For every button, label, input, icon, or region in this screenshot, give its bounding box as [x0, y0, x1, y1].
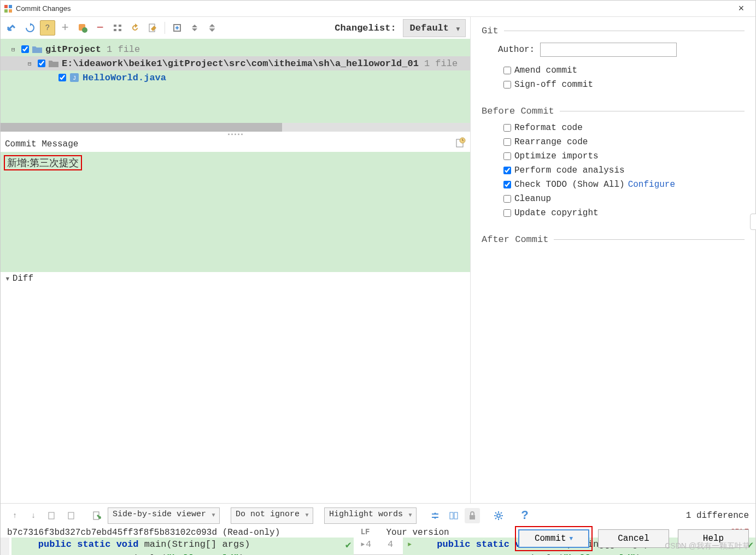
java-file-icon: J: [69, 73, 79, 82]
svg-rect-3: [9, 9, 12, 13]
viewer-select[interactable]: Side-by-side viewer: [108, 507, 220, 524]
tree-checkbox[interactable]: [58, 74, 66, 81]
commit-message-input[interactable]: 新增:第三次提交: [1, 152, 470, 272]
tree-checkbox[interactable]: [21, 45, 29, 53]
window-title: Commit Changes: [16, 4, 730, 13]
amend-checkbox[interactable]: [503, 67, 511, 74]
tree-root[interactable]: ⊟ gitProject 1 file: [1, 42, 470, 56]
close-button[interactable]: ×: [730, 3, 752, 14]
tree-root-meta: 1 file: [107, 44, 140, 55]
tree-dir-path: E:\ideawork\beike1\gitProject\src\com\it…: [62, 58, 419, 69]
left-code-pane[interactable]: ✔ public static void main(String[] args)…: [1, 538, 354, 555]
titlebar: Commit Changes ×: [1, 1, 755, 17]
help-icon[interactable]: ?: [517, 508, 532, 523]
add-icon[interactable]: +: [57, 20, 73, 36]
git-section: Git: [482, 26, 745, 36]
svg-rect-6: [114, 25, 116, 27]
tree-checkbox[interactable]: [38, 60, 45, 67]
author-input[interactable]: [540, 43, 677, 57]
tree-file[interactable]: J HelloWorld.java: [1, 70, 470, 85]
ignore-select[interactable]: Do not ignore: [231, 507, 313, 524]
commit-button[interactable]: Commit▼: [518, 529, 589, 548]
collapse-icon[interactable]: ⊟: [28, 60, 34, 67]
help-icon[interactable]: ?: [40, 20, 55, 36]
minimap[interactable]: [1, 538, 9, 555]
history-icon[interactable]: [455, 137, 466, 151]
expand-all-icon[interactable]: [204, 20, 220, 36]
tree-dir[interactable]: ⊟ E:\ideawork\beike1\gitProject\src\com\…: [1, 56, 470, 70]
settings-icon[interactable]: [491, 508, 506, 523]
commit-message-text: 新增:第三次提交: [4, 155, 82, 170]
svg-point-23: [497, 514, 500, 517]
folder-icon: [49, 59, 58, 68]
collapse-icon[interactable]: ⊟: [11, 46, 18, 53]
svg-text:J: J: [73, 75, 76, 81]
check-icon: ✔: [345, 539, 351, 551]
left-eol-badge: LF: [361, 528, 370, 536]
svg-rect-22: [470, 515, 475, 519]
compare-prev-icon[interactable]: [44, 508, 60, 523]
copyright-label: Update copyright: [514, 208, 599, 218]
commit-toolbar: ? + − Changelist: Default: [1, 17, 470, 39]
svg-rect-1: [9, 5, 12, 8]
analysis-checkbox[interactable]: [503, 167, 511, 174]
collapse-all-icon[interactable]: [187, 20, 202, 36]
dropdown-icon[interactable]: ▼: [570, 535, 573, 542]
changelist-select[interactable]: Default: [403, 19, 466, 37]
svg-rect-18: [68, 512, 74, 519]
tree-file-name: HelloWorld.java: [83, 73, 166, 83]
cleanup-checkbox[interactable]: [503, 195, 511, 203]
configure-link[interactable]: Configure: [628, 180, 675, 190]
author-label: Author:: [498, 45, 535, 55]
copyright-checkbox[interactable]: [503, 209, 511, 217]
next-diff-icon[interactable]: ↓: [26, 508, 41, 523]
tree-scrollbar[interactable]: [1, 123, 470, 132]
optimize-label: Optimize imports: [514, 151, 599, 161]
svg-rect-2: [4, 9, 8, 13]
sync-scroll-icon[interactable]: [446, 508, 461, 523]
file-tree: ⊟ gitProject 1 file ⊟ E:\ideawork\beike1…: [1, 39, 470, 132]
resizer[interactable]: ▪▪▪▪▪: [1, 132, 470, 136]
compare-next-icon[interactable]: [63, 508, 78, 523]
highlight-select[interactable]: Highlight words: [324, 507, 417, 524]
svg-rect-8: [119, 25, 121, 27]
refresh-icon[interactable]: [22, 20, 38, 36]
expand-icon[interactable]: [169, 20, 185, 36]
watermark: CSDN @我有一颗五叶草: [665, 541, 750, 551]
signoff-checkbox[interactable]: [503, 81, 511, 88]
revert-icon[interactable]: [127, 20, 143, 36]
jump-source-icon[interactable]: [89, 508, 104, 523]
after-commit-section: After Commit: [482, 234, 745, 245]
rearrange-label: Rearrange code: [514, 137, 588, 147]
todo-checkbox[interactable]: [503, 181, 511, 188]
edit-icon[interactable]: [145, 20, 160, 36]
rearrange-checkbox[interactable]: [503, 138, 511, 146]
diff-label: Diff: [13, 274, 33, 284]
changelist-icon[interactable]: [75, 20, 90, 36]
svg-rect-17: [49, 512, 54, 519]
app-icon: [4, 4, 13, 13]
remove-icon[interactable]: −: [92, 20, 108, 36]
svg-rect-7: [114, 29, 116, 31]
right-revision-label: Your version: [386, 528, 449, 538]
group-icon[interactable]: [110, 20, 125, 36]
before-commit-section: Before Commit: [482, 106, 745, 116]
collapse-unchanged-icon[interactable]: [427, 508, 443, 523]
tree-dir-meta: 1 file: [424, 58, 458, 69]
cancel-button[interactable]: Cancel: [598, 529, 669, 548]
optimize-checkbox[interactable]: [503, 152, 511, 160]
prev-diff-icon[interactable]: ↑: [7, 508, 22, 523]
lock-icon[interactable]: [465, 508, 480, 523]
diff-count: 1 difference: [686, 511, 749, 521]
line-gutter: ▸456789 45678910: [354, 538, 403, 555]
svg-rect-12: [209, 28, 215, 28]
float-widget-icon[interactable]: [750, 214, 756, 230]
tree-root-name: gitProject: [45, 44, 101, 55]
commit-message-label: Commit Message: [5, 139, 455, 149]
folder-icon: [32, 45, 42, 54]
show-diff-icon[interactable]: [5, 20, 20, 36]
todo-label: Check TODO (Show All): [514, 180, 625, 190]
options-panel: Git Author: Amend commit Sign-off commit…: [471, 17, 755, 503]
collapse-icon[interactable]: ▾: [5, 273, 10, 284]
reformat-checkbox[interactable]: [503, 124, 511, 132]
